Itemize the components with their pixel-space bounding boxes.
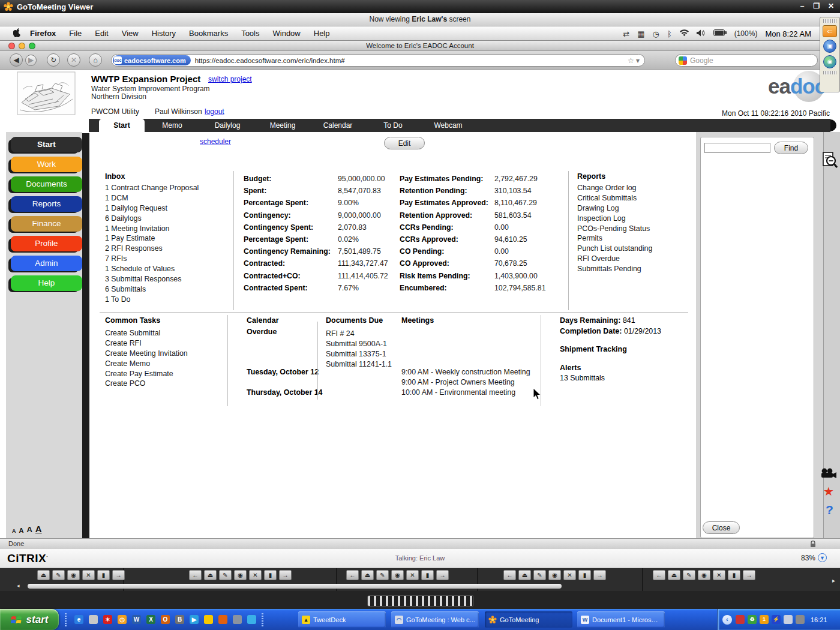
logout-link[interactable]: logout [205, 107, 224, 116]
menu-history[interactable]: History [145, 29, 182, 38]
font-size-medium[interactable]: A [19, 527, 24, 534]
stop-button[interactable]: ✕ [67, 53, 80, 67]
task-link[interactable]: Create Pay Estimate [105, 369, 188, 379]
url-bar[interactable]: doc eadocsoftware.com https://eadoc.eado… [111, 54, 645, 67]
calendar-overdue[interactable]: Overdue [247, 328, 277, 336]
scroll-right-icon[interactable]: ▸ [832, 577, 835, 584]
timemachine-icon[interactable]: ◷ [653, 29, 659, 38]
toolbar-button[interactable]: ⏏ [518, 570, 531, 580]
help-icon[interactable]: ? [826, 503, 833, 517]
zoom-document-icon[interactable] [822, 151, 838, 169]
toolbar-button[interactable]: ✎ [219, 570, 232, 580]
edit-button[interactable]: Edit [384, 137, 425, 149]
task-link[interactable]: Create Submittal [105, 328, 188, 338]
inbox-item[interactable]: 1 Meeting Invitation [105, 224, 199, 234]
report-link[interactable]: Critical Submittals [577, 193, 652, 203]
toolbar-button[interactable]: ← [189, 570, 202, 580]
module-tab[interactable]: Start [99, 119, 145, 132]
apple-menu-icon[interactable] [13, 28, 21, 39]
tray-icon[interactable]: ♻ [748, 615, 757, 624]
inbox-item[interactable]: 1 Dailylog Request [105, 203, 199, 214]
spaces-icon[interactable]: ▦ [637, 29, 644, 38]
inbox-item[interactable]: 3 Submittal Responses [105, 274, 199, 284]
report-link[interactable]: Inspection Log [577, 214, 652, 224]
task-link[interactable]: Create Meeting Invitation [105, 349, 188, 359]
toolbar-button[interactable]: ✎ [52, 570, 65, 580]
toolbar-button[interactable]: ▮ [264, 570, 277, 580]
inbox-item[interactable]: 7 RFIs [105, 254, 199, 264]
sidebar-tab[interactable]: Start [11, 137, 82, 152]
module-tab[interactable]: Calendar [310, 119, 365, 132]
toolbar-button[interactable]: ⏏ [37, 570, 50, 580]
toolbar-button[interactable]: → [279, 570, 292, 580]
inbox-item[interactable]: 1 To Do [105, 295, 199, 305]
mac-minimize-button[interactable] [19, 43, 25, 49]
report-link[interactable]: Punch List outstanding [577, 244, 652, 254]
sidebar-tab[interactable]: Help [11, 275, 82, 291]
tray-clock[interactable]: 16:21 [811, 616, 827, 623]
toolbar-button[interactable]: → [112, 570, 125, 580]
toolbar-button[interactable]: ← [346, 570, 359, 580]
task-link[interactable]: Create Memo [105, 359, 188, 369]
sidebar-tab[interactable]: Admin [11, 256, 82, 271]
inbox-item[interactable]: 6 Dailylogs [105, 214, 199, 224]
screen-sharing-button[interactable]: ▣ [823, 40, 836, 53]
toolbar-button[interactable]: → [743, 570, 755, 580]
forward-button[interactable]: ▶ [25, 55, 37, 66]
inbox-item[interactable]: 1 Contract Change Proposal [105, 183, 199, 193]
close-button[interactable]: ✕ [827, 2, 835, 10]
toolbar-button[interactable]: ✕ [249, 570, 262, 580]
quick-launch-icon[interactable] [233, 615, 242, 624]
toolbar-button[interactable]: ✕ [713, 570, 725, 580]
toolbar-button[interactable]: ▮ [421, 570, 434, 580]
sidebar-tab[interactable]: Profile [11, 236, 82, 251]
find-button[interactable]: Find [774, 142, 808, 154]
sidebar-tab[interactable]: Finance [11, 216, 82, 232]
toolbar-button[interactable]: ▮ [97, 570, 110, 580]
calendar-date[interactable]: Thursday, October 14 [247, 388, 322, 397]
toolbar-button[interactable]: ⏏ [361, 570, 374, 580]
webcam-button[interactable]: ◉ [823, 55, 836, 68]
toolbar-button[interactable]: → [593, 570, 606, 580]
toolbar-button[interactable]: ◉ [548, 570, 561, 580]
tray-icon[interactable]: 1 [760, 615, 769, 624]
module-tab[interactable]: Memo [145, 119, 200, 132]
bookmark-star-icon[interactable]: ☆ ▾ [628, 56, 640, 65]
meeting-link[interactable]: 9:00 AM - Project Owners Meeting [401, 377, 545, 388]
close-panel-button[interactable]: Close [703, 521, 740, 534]
tray-icon[interactable] [796, 615, 805, 624]
quick-launch-icon[interactable]: ✶ [103, 615, 112, 624]
toolbar-button[interactable]: ◉ [391, 570, 404, 580]
inbox-item[interactable]: 1 DCM [105, 193, 199, 203]
quicklaunch-handle[interactable] [65, 613, 67, 626]
font-size-xlarge[interactable]: A [35, 524, 42, 534]
bluetooth-icon[interactable]: ᛒ [667, 29, 672, 38]
taskbar-button-word[interactable]: W Document1 - Microsof... [577, 611, 665, 628]
zoom-dropdown-icon[interactable]: ▼ [818, 553, 827, 562]
quick-launch-icon[interactable] [89, 615, 98, 624]
inbox-item[interactable]: 1 Pay Estimate [105, 233, 199, 244]
alert-item[interactable]: 13 Submittals [560, 374, 689, 382]
video-camera-icon[interactable] [820, 468, 837, 479]
menubar-clock[interactable]: Mon 8:22 AM [765, 29, 811, 38]
back-button[interactable]: ◀ [10, 53, 23, 67]
font-size-small[interactable]: A [12, 528, 16, 534]
module-tab[interactable]: Meeting [255, 119, 310, 132]
meeting-link[interactable]: 9:00 AM - Weekly construction Meeting [401, 367, 545, 377]
module-tab[interactable]: To Do [365, 119, 421, 132]
toolbar-button[interactable]: ◉ [67, 570, 80, 580]
scheduler-link[interactable]: scheduler [200, 137, 231, 146]
taskbar-button-gotomeeting[interactable]: GoToMeeting [485, 611, 572, 628]
sidebar-tab[interactable]: Work [11, 157, 82, 172]
quick-launch-icon[interactable]: ▶ [190, 615, 199, 624]
tray-chevron-icon[interactable]: ‹ [722, 615, 732, 625]
grab-tab-handle[interactable] [367, 595, 474, 607]
url-text[interactable]: https://eadoc.eadocsoftware.com/eric/ind… [195, 57, 345, 64]
quick-launch-icon[interactable]: ◷ [118, 615, 127, 624]
panel-grip[interactable] [823, 19, 836, 23]
menu-view[interactable]: View [115, 29, 145, 38]
toolbar-button[interactable]: ◉ [698, 570, 710, 580]
sync-icon[interactable]: ⇄ [623, 29, 629, 38]
sidebar-tab[interactable]: Reports [11, 196, 82, 212]
module-tab[interactable]: Dailylog [200, 119, 255, 132]
